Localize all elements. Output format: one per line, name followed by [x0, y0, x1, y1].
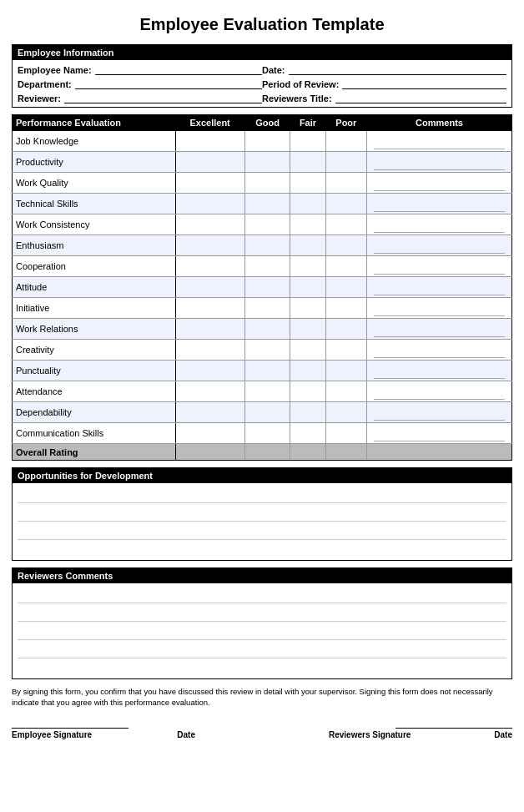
cell-poor[interactable]: [325, 173, 366, 194]
rev-sig-line[interactable]: [396, 715, 512, 729]
dev-line-2[interactable]: [18, 503, 506, 522]
dept-field[interactable]: [75, 78, 262, 89]
cell-fair[interactable]: [290, 298, 325, 319]
overall-cell-poor[interactable]: [325, 444, 366, 461]
cell-comment[interactable]: [367, 277, 512, 298]
cell-good[interactable]: [244, 194, 290, 214]
cell-good[interactable]: [244, 131, 290, 152]
cell-excellent[interactable]: [175, 423, 244, 444]
comment-line-4[interactable]: [18, 640, 506, 658]
cell-good[interactable]: [244, 173, 290, 194]
cell-good[interactable]: [244, 277, 290, 298]
cell-good[interactable]: [244, 402, 290, 423]
cell-good[interactable]: [244, 298, 290, 319]
comment-line-1[interactable]: [18, 585, 506, 603]
cell-fair[interactable]: [290, 361, 325, 381]
cell-good[interactable]: [244, 340, 290, 361]
cell-good[interactable]: [244, 381, 290, 402]
emp-sig-line[interactable]: [12, 715, 128, 729]
overall-comment[interactable]: [367, 444, 512, 461]
cell-excellent[interactable]: [175, 214, 244, 235]
cell-comment[interactable]: [367, 173, 512, 194]
cell-comment[interactable]: [367, 131, 512, 152]
comment-line-5[interactable]: [18, 658, 506, 677]
cell-poor[interactable]: [325, 152, 366, 173]
table-row: Dependability: [13, 402, 512, 423]
cell-excellent[interactable]: [175, 277, 244, 298]
cell-poor[interactable]: [325, 381, 366, 402]
cell-good[interactable]: [244, 235, 290, 256]
reviewer-field[interactable]: [64, 92, 262, 103]
cell-comment[interactable]: [367, 340, 512, 361]
cell-comment[interactable]: [367, 214, 512, 235]
cell-fair[interactable]: [290, 277, 325, 298]
overall-cell-excellent[interactable]: [175, 444, 244, 461]
cell-excellent[interactable]: [175, 319, 244, 340]
cell-fair[interactable]: [290, 214, 325, 235]
overall-cell-fair[interactable]: [290, 444, 325, 461]
cell-excellent[interactable]: [175, 298, 244, 319]
rev-title-field[interactable]: [335, 92, 506, 103]
cell-comment[interactable]: [367, 361, 512, 381]
cell-good[interactable]: [244, 214, 290, 235]
cell-fair[interactable]: [290, 235, 325, 256]
period-field[interactable]: [342, 78, 506, 89]
cell-comment[interactable]: [367, 319, 512, 340]
cell-fair[interactable]: [290, 194, 325, 214]
cell-poor[interactable]: [325, 319, 366, 340]
overall-cell-good[interactable]: [244, 444, 290, 461]
cell-comment[interactable]: [367, 402, 512, 423]
cell-excellent[interactable]: [175, 381, 244, 402]
cell-poor[interactable]: [325, 361, 366, 381]
cell-comment[interactable]: [367, 194, 512, 214]
dev-line-3[interactable]: [18, 522, 506, 540]
cell-good[interactable]: [244, 319, 290, 340]
cell-fair[interactable]: [290, 173, 325, 194]
cell-poor[interactable]: [325, 423, 366, 444]
cell-comment[interactable]: [367, 381, 512, 402]
cell-poor[interactable]: [325, 402, 366, 423]
cell-poor[interactable]: [325, 214, 366, 235]
comment-line-2[interactable]: [18, 603, 506, 622]
emp-name-field[interactable]: [95, 63, 262, 75]
cell-fair[interactable]: [290, 256, 325, 277]
cell-excellent[interactable]: [175, 340, 244, 361]
cell-comment[interactable]: [367, 256, 512, 277]
cell-fair[interactable]: [290, 402, 325, 423]
cell-poor[interactable]: [325, 277, 366, 298]
cell-good[interactable]: [244, 256, 290, 277]
cell-excellent[interactable]: [175, 256, 244, 277]
cell-poor[interactable]: [325, 235, 366, 256]
dev-line-4[interactable]: [18, 540, 506, 558]
cell-comment[interactable]: [367, 235, 512, 256]
disclaimer-text: By signing this form, you confirm that y…: [12, 686, 512, 709]
cell-excellent[interactable]: [175, 173, 244, 194]
cell-poor[interactable]: [325, 256, 366, 277]
cell-comment[interactable]: [367, 423, 512, 444]
cell-good[interactable]: [244, 361, 290, 381]
cell-poor[interactable]: [325, 194, 366, 214]
cell-excellent[interactable]: [175, 361, 244, 381]
comment-line-3[interactable]: [18, 622, 506, 640]
cell-excellent[interactable]: [175, 194, 244, 214]
cell-excellent[interactable]: [175, 235, 244, 256]
cell-comment[interactable]: [367, 298, 512, 319]
cell-poor[interactable]: [325, 340, 366, 361]
cell-comment[interactable]: [367, 152, 512, 173]
cell-excellent[interactable]: [175, 402, 244, 423]
cell-fair[interactable]: [290, 131, 325, 152]
cell-excellent[interactable]: [175, 152, 244, 173]
cell-fair[interactable]: [290, 423, 325, 444]
cell-poor[interactable]: [325, 298, 366, 319]
cell-fair[interactable]: [290, 381, 325, 402]
cell-good[interactable]: [244, 423, 290, 444]
date-field[interactable]: [289, 63, 506, 75]
cell-fair[interactable]: [290, 152, 325, 173]
table-row: Productivity: [13, 152, 512, 173]
cell-fair[interactable]: [290, 319, 325, 340]
dev-line-1[interactable]: [18, 485, 506, 503]
cell-good[interactable]: [244, 152, 290, 173]
cell-fair[interactable]: [290, 340, 325, 361]
cell-poor[interactable]: [325, 131, 366, 152]
cell-excellent[interactable]: [175, 131, 244, 152]
